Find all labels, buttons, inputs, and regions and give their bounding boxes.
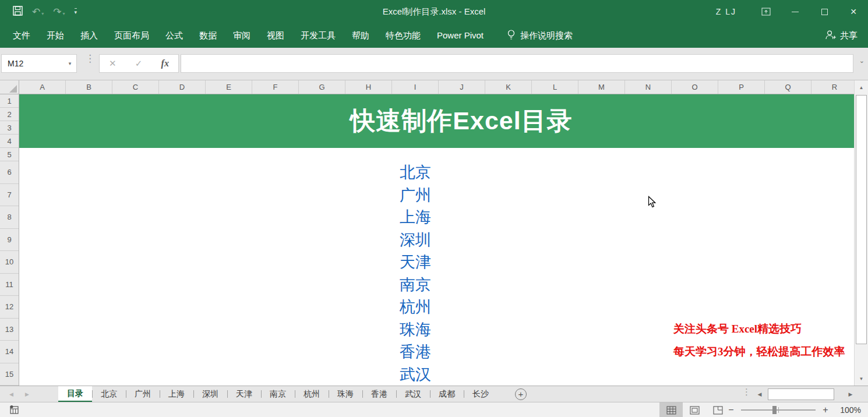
- scroll-down-icon[interactable]: ▼: [855, 372, 868, 386]
- maximize-button[interactable]: [810, 0, 839, 23]
- zoom-level[interactable]: 100%: [835, 405, 861, 415]
- row-header[interactable]: 12: [0, 296, 19, 319]
- sheet-tab[interactable]: 天津: [227, 386, 261, 402]
- sheet-tab[interactable]: 珠海: [329, 386, 362, 402]
- column-header[interactable]: O: [672, 80, 718, 94]
- directory-link[interactable]: 深圳: [19, 229, 811, 252]
- directory-link[interactable]: 杭州: [19, 296, 811, 319]
- row-header[interactable]: 5: [0, 148, 19, 161]
- worksheet-area[interactable]: 快速制作Excel目录 北京广州上海深圳天津南京杭州珠海香港武汉 关注头条号 E…: [19, 94, 854, 386]
- ribbon-tab[interactable]: 帮助: [344, 23, 377, 48]
- sheet-tab[interactable]: 目录: [58, 386, 92, 402]
- ribbon-tab[interactable]: 页面布局: [106, 23, 157, 48]
- undo-button[interactable]: ↶▾: [32, 6, 44, 18]
- ribbon-tab[interactable]: 视图: [259, 23, 292, 48]
- ribbon-tab[interactable]: 审阅: [225, 23, 259, 48]
- ribbon-tab[interactable]: 文件: [5, 23, 38, 48]
- column-header[interactable]: G: [299, 80, 345, 94]
- formula-bar-expand-icon[interactable]: ⌄: [859, 57, 865, 65]
- column-header[interactable]: M: [578, 80, 625, 94]
- zoom-slider-thumb[interactable]: [772, 406, 777, 414]
- column-header[interactable]: A: [19, 80, 66, 94]
- zoom-in-button[interactable]: +: [821, 405, 830, 415]
- column-header[interactable]: L: [532, 80, 578, 94]
- zoom-out-button[interactable]: −: [727, 405, 735, 415]
- sheet-tab[interactable]: 成都: [430, 386, 464, 402]
- ribbon-tab[interactable]: 开发工具: [292, 23, 344, 48]
- ribbon-tab[interactable]: 特色功能: [377, 23, 429, 48]
- row-header[interactable]: 2: [0, 108, 19, 121]
- column-header[interactable]: N: [625, 80, 672, 94]
- directory-link[interactable]: 南京: [19, 274, 811, 296]
- row-header[interactable]: 10: [0, 251, 19, 274]
- vertical-scrollbar[interactable]: ▲ ▼: [854, 80, 868, 386]
- column-header[interactable]: C: [112, 80, 159, 94]
- row-header[interactable]: 3: [0, 121, 19, 135]
- scroll-left-icon[interactable]: ◀: [753, 391, 767, 397]
- row-header[interactable]: 7: [0, 184, 19, 207]
- vertical-scrollbar-thumb[interactable]: [856, 95, 867, 344]
- sheet-tab[interactable]: 武汉: [396, 386, 430, 402]
- directory-link[interactable]: 广州: [19, 184, 811, 207]
- close-button[interactable]: ✕: [839, 0, 868, 23]
- column-header[interactable]: P: [718, 80, 765, 94]
- formula-input[interactable]: [181, 54, 853, 73]
- horizontal-scrollbar[interactable]: ◀ ▶: [753, 386, 858, 402]
- title-banner-cell[interactable]: 快速制作Excel目录: [19, 94, 854, 148]
- directory-link[interactable]: 武汉: [19, 363, 811, 386]
- macro-record-button[interactable]: [9, 405, 20, 416]
- sheet-tab[interactable]: 南京: [261, 386, 295, 402]
- column-header[interactable]: Q: [765, 80, 811, 94]
- row-header[interactable]: 14: [0, 341, 19, 363]
- save-icon[interactable]: [13, 6, 23, 18]
- scroll-right-icon[interactable]: ▶: [844, 391, 858, 397]
- tabbar-resize-grip-icon[interactable]: ⋮: [742, 389, 751, 394]
- ribbon-display-options-button[interactable]: [751, 0, 781, 23]
- customize-qat-button[interactable]: ▾: [75, 8, 77, 15]
- page-layout-view-button[interactable]: [683, 402, 706, 417]
- column-header[interactable]: J: [439, 80, 485, 94]
- cancel-button[interactable]: ✕: [109, 58, 117, 69]
- row-header[interactable]: 6: [0, 161, 19, 184]
- normal-view-button[interactable]: [659, 402, 683, 417]
- column-header[interactable]: I: [392, 80, 439, 94]
- row-header[interactable]: 15: [0, 363, 19, 386]
- name-box-dropdown-icon[interactable]: ▾: [63, 61, 76, 66]
- select-all-button[interactable]: [0, 80, 19, 94]
- directory-link[interactable]: 北京: [19, 161, 811, 184]
- row-header[interactable]: 9: [0, 229, 19, 252]
- row-header[interactable]: 1: [0, 94, 19, 108]
- ribbon-tab[interactable]: 插入: [72, 23, 106, 48]
- horizontal-scrollbar-thumb[interactable]: [768, 388, 834, 400]
- sheet-tab[interactable]: 香港: [362, 386, 396, 402]
- page-break-preview-button[interactable]: [706, 402, 729, 417]
- row-header[interactable]: 8: [0, 206, 19, 229]
- insert-function-button[interactable]: fx: [161, 58, 169, 69]
- sheet-nav-left-icon[interactable]: ◀: [9, 391, 13, 397]
- sheet-tab[interactable]: 上海: [160, 386, 193, 402]
- tell-me-search[interactable]: 操作说明搜索: [507, 29, 573, 43]
- sheet-tab[interactable]: 深圳: [193, 386, 227, 402]
- column-header[interactable]: E: [206, 80, 252, 94]
- ribbon-tab[interactable]: Power Pivot: [429, 23, 492, 48]
- sheet-tab[interactable]: 杭州: [295, 386, 329, 402]
- zoom-slider[interactable]: [741, 409, 816, 411]
- sheet-tab[interactable]: 长沙: [464, 386, 497, 402]
- new-sheet-button[interactable]: +: [515, 388, 527, 400]
- column-header[interactable]: K: [485, 80, 532, 94]
- minimize-button[interactable]: [781, 0, 810, 23]
- sheet-tab[interactable]: 北京: [92, 386, 126, 402]
- ribbon-tab[interactable]: 公式: [157, 23, 191, 48]
- column-header[interactable]: H: [345, 80, 392, 94]
- sheet-tab[interactable]: 广州: [126, 386, 160, 402]
- column-header[interactable]: F: [252, 80, 299, 94]
- sheet-nav-right-icon[interactable]: ▶: [25, 391, 29, 397]
- row-header[interactable]: 11: [0, 274, 19, 296]
- ribbon-tab[interactable]: 数据: [191, 23, 225, 48]
- name-box[interactable]: M12 ▾: [1, 54, 77, 73]
- enter-button[interactable]: ✓: [135, 58, 143, 69]
- account-user[interactable]: Z LJ: [716, 7, 736, 16]
- scroll-up-icon[interactable]: ▲: [855, 80, 868, 94]
- ribbon-tab[interactable]: 开始: [38, 23, 72, 48]
- redo-button[interactable]: ↷▾: [53, 6, 65, 18]
